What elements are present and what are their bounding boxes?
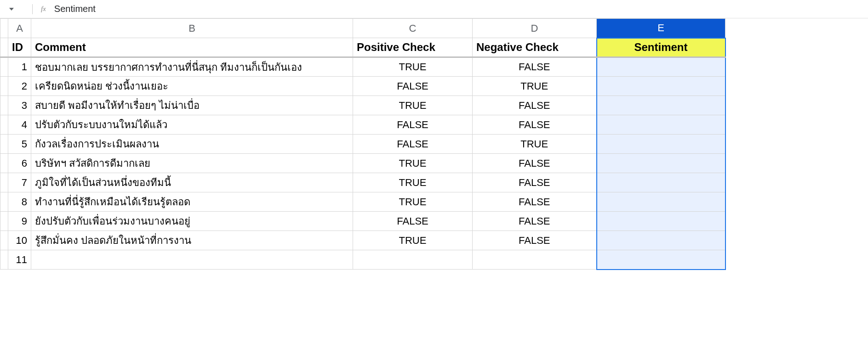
cell-id[interactable]: 3 bbox=[8, 96, 31, 115]
cell-comment[interactable]: ทำงานที่นี่รู้สึกเหมือนได้เรียนรู้ตลอด bbox=[31, 192, 353, 212]
table-row: 10 รู้สึกมั่นคง ปลอดภัยในหน้าที่การงาน T… bbox=[0, 231, 725, 250]
cell-id[interactable]: 6 bbox=[8, 154, 31, 173]
header-negative[interactable]: Negative Check bbox=[473, 38, 597, 57]
cell-positive[interactable]: TRUE bbox=[353, 173, 473, 192]
column-header-D[interactable]: D bbox=[473, 19, 597, 38]
cell-id[interactable]: 7 bbox=[8, 173, 31, 192]
cell-sentiment[interactable] bbox=[597, 192, 725, 212]
cell-sentiment[interactable] bbox=[597, 115, 725, 135]
cell-sentiment[interactable] bbox=[597, 250, 725, 270]
cell-sentiment[interactable] bbox=[597, 57, 725, 77]
cell-comment[interactable]: เครียดนิดหน่อย ช่วงนี้งานเยอะ bbox=[31, 77, 353, 96]
cell-sentiment[interactable] bbox=[597, 231, 725, 250]
cell-positive[interactable]: FALSE bbox=[353, 115, 473, 135]
row-header[interactable] bbox=[0, 173, 8, 192]
table-row: 11 bbox=[0, 250, 725, 270]
cell-id[interactable]: 9 bbox=[8, 212, 31, 231]
row-header[interactable] bbox=[0, 96, 8, 115]
cell-positive[interactable]: FALSE bbox=[353, 135, 473, 154]
cell-sentiment[interactable] bbox=[597, 173, 725, 192]
cell-sentiment[interactable] bbox=[597, 154, 725, 173]
cell-positive[interactable]: TRUE bbox=[353, 96, 473, 115]
cell-comment[interactable]: รู้สึกมั่นคง ปลอดภัยในหน้าที่การงาน bbox=[31, 231, 353, 250]
cell-negative[interactable]: FALSE bbox=[473, 173, 597, 192]
table-row: 9 ยังปรับตัวกับเพื่อนร่วมงานบางคนอยู่ FA… bbox=[0, 212, 725, 231]
spreadsheet-grid[interactable]: A B C D E ID Comment Positive Check Nega… bbox=[0, 18, 726, 270]
row-header[interactable] bbox=[0, 115, 8, 135]
column-header-B[interactable]: B bbox=[31, 19, 353, 38]
table-row: 3 สบายดี พอมีงานให้ทำเรื่อยๆ ไม่น่าเบื่อ… bbox=[0, 96, 725, 115]
row-header[interactable] bbox=[0, 250, 8, 270]
table-row: 2 เครียดนิดหน่อย ช่วงนี้งานเยอะ FALSE TR… bbox=[0, 77, 725, 96]
cell-positive[interactable] bbox=[353, 250, 473, 270]
cell-sentiment[interactable] bbox=[597, 135, 725, 154]
cell-negative[interactable] bbox=[473, 250, 597, 270]
row-header[interactable] bbox=[0, 57, 8, 77]
cell-id[interactable]: 4 bbox=[8, 115, 31, 135]
cell-comment[interactable]: สบายดี พอมีงานให้ทำเรื่อยๆ ไม่น่าเบื่อ bbox=[31, 96, 353, 115]
cell-negative[interactable]: FALSE bbox=[473, 154, 597, 173]
column-header-A[interactable]: A bbox=[8, 19, 31, 38]
cell-id[interactable]: 10 bbox=[8, 231, 31, 250]
header-id[interactable]: ID bbox=[8, 38, 31, 57]
cell-negative[interactable]: TRUE bbox=[473, 77, 597, 96]
table-row: 4 ปรับตัวกับระบบงานใหม่ได้แล้ว FALSE FAL… bbox=[0, 115, 725, 135]
fx-icon: fx bbox=[37, 5, 50, 13]
column-header-E[interactable]: E bbox=[597, 19, 725, 38]
name-box[interactable] bbox=[5, 8, 28, 11]
cell-id[interactable]: 1 bbox=[8, 57, 31, 77]
row-header[interactable] bbox=[0, 38, 8, 57]
column-header-C[interactable]: C bbox=[353, 19, 473, 38]
select-all-corner[interactable] bbox=[0, 19, 8, 38]
cell-comment[interactable]: ยังปรับตัวกับเพื่อนร่วมงานบางคนอยู่ bbox=[31, 212, 353, 231]
cell-comment[interactable]: ปรับตัวกับระบบงานใหม่ได้แล้ว bbox=[31, 115, 353, 135]
chevron-down-icon bbox=[9, 8, 14, 11]
cell-negative[interactable]: FALSE bbox=[473, 231, 597, 250]
cell-comment[interactable]: กังวลเรื่องการประเมินผลงาน bbox=[31, 135, 353, 154]
cell-positive[interactable]: FALSE bbox=[353, 212, 473, 231]
cell-id[interactable]: 5 bbox=[8, 135, 31, 154]
divider bbox=[32, 4, 33, 14]
header-positive[interactable]: Positive Check bbox=[353, 38, 473, 57]
cell-negative[interactable]: FALSE bbox=[473, 192, 597, 212]
cell-comment[interactable]: ภูมิใจที่ได้เป็นส่วนหนึ่งของทีมนี้ bbox=[31, 173, 353, 192]
formula-input[interactable] bbox=[54, 4, 863, 14]
cell-negative[interactable]: FALSE bbox=[473, 57, 597, 77]
cell-sentiment[interactable] bbox=[597, 77, 725, 96]
cell-positive[interactable]: TRUE bbox=[353, 192, 473, 212]
cell-positive[interactable]: TRUE bbox=[353, 57, 473, 77]
table-row: 8 ทำงานที่นี่รู้สึกเหมือนได้เรียนรู้ตลอด… bbox=[0, 192, 725, 212]
cell-negative[interactable]: FALSE bbox=[473, 212, 597, 231]
table-row: 7 ภูมิใจที่ได้เป็นส่วนหนึ่งของทีมนี้ TRU… bbox=[0, 173, 725, 192]
cell-negative[interactable]: FALSE bbox=[473, 115, 597, 135]
cell-comment[interactable]: บริษัทฯ สวัสดิการดีมากเลย bbox=[31, 154, 353, 173]
cell-comment[interactable]: ชอบมากเลย บรรยากาศการทำงานที่นี่สนุก ทีม… bbox=[31, 57, 353, 77]
cell-negative[interactable]: TRUE bbox=[473, 135, 597, 154]
cell-positive[interactable]: TRUE bbox=[353, 154, 473, 173]
cell-id[interactable]: 8 bbox=[8, 192, 31, 212]
row-header[interactable] bbox=[0, 231, 8, 250]
cell-sentiment[interactable] bbox=[597, 96, 725, 115]
cell-id[interactable]: 11 bbox=[8, 250, 31, 270]
cell-positive[interactable]: FALSE bbox=[353, 77, 473, 96]
header-comment[interactable]: Comment bbox=[31, 38, 353, 57]
header-sentiment[interactable]: Sentiment bbox=[597, 38, 725, 57]
row-header[interactable] bbox=[0, 192, 8, 212]
formula-bar: fx bbox=[0, 0, 868, 18]
row-header[interactable] bbox=[0, 212, 8, 231]
cell-id[interactable]: 2 bbox=[8, 77, 31, 96]
row-header[interactable] bbox=[0, 154, 8, 173]
row-header[interactable] bbox=[0, 135, 8, 154]
cell-comment[interactable] bbox=[31, 250, 353, 270]
cell-sentiment[interactable] bbox=[597, 212, 725, 231]
cell-negative[interactable]: FALSE bbox=[473, 96, 597, 115]
table-row: 6 บริษัทฯ สวัสดิการดีมากเลย TRUE FALSE bbox=[0, 154, 725, 173]
table-row: 5 กังวลเรื่องการประเมินผลงาน FALSE TRUE bbox=[0, 135, 725, 154]
cell-positive[interactable]: TRUE bbox=[353, 231, 473, 250]
row-header[interactable] bbox=[0, 77, 8, 96]
table-row: 1 ชอบมากเลย บรรยากาศการทำงานที่นี่สนุก ท… bbox=[0, 57, 725, 77]
